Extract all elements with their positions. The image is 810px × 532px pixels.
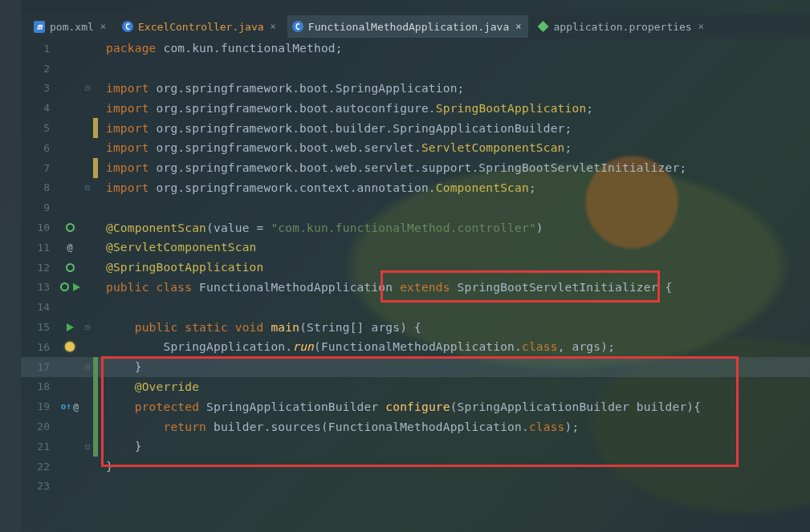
spring-leaf-icon (538, 21, 549, 32)
line-number: 23 (21, 480, 58, 492)
line-number: 19 (21, 400, 58, 412)
code-editor[interactable]: 1package com.kun.functionalMethod; 2 3⊟i… (21, 39, 810, 532)
line-number: 3 (21, 82, 58, 94)
close-icon[interactable]: × (269, 21, 276, 32)
tab-label: ExcelController.java (138, 21, 264, 33)
tab-label: application.properties (554, 21, 692, 33)
line-number: 20 (21, 420, 58, 433)
override-gutter-icon[interactable]: o↑ (61, 401, 71, 412)
line-number: 8 (21, 181, 58, 193)
line-number: 17 (21, 361, 58, 373)
line-number: 14 (21, 301, 58, 313)
line-number: 2 (21, 63, 58, 75)
class-icon: C (292, 21, 303, 32)
tab-functional-method-application[interactable]: C FunctionalMethodApplication.java × (287, 15, 528, 38)
maven-icon: m (34, 21, 45, 32)
run-gutter-icon[interactable] (67, 323, 74, 331)
close-icon[interactable]: × (697, 21, 704, 32)
spring-bean-gutter-icon[interactable] (60, 282, 69, 291)
line-number: 21 (21, 441, 58, 453)
tab-label: pom.xml (50, 21, 94, 33)
editor-tab-bar: m pom.xml × C ExcelController.java × C F… (21, 14, 810, 39)
annotation-gutter-icon[interactable]: @ (67, 242, 72, 253)
line-number: 7 (21, 162, 58, 174)
line-number: 5 (21, 122, 58, 134)
tab-application-properties[interactable]: application.properties × (533, 15, 710, 38)
line-number: 1 (21, 43, 58, 55)
spring-bean-gutter-icon[interactable] (66, 263, 75, 272)
tab-excel-controller[interactable]: C ExcelController.java × (117, 15, 283, 38)
line-number: 4 (21, 102, 58, 114)
line-number: 12 (21, 262, 58, 274)
line-number: 9 (21, 201, 58, 213)
class-icon: C (122, 21, 133, 32)
line-number: 16 (21, 341, 58, 353)
run-gutter-icon[interactable] (73, 283, 80, 291)
line-number: 22 (21, 461, 58, 473)
line-number: 6 (21, 142, 58, 154)
annotation-gutter-icon[interactable]: @ (73, 401, 79, 412)
line-number: 11 (21, 242, 58, 254)
tab-label: FunctionalMethodApplication.java (308, 21, 509, 33)
intention-bulb-icon[interactable] (65, 342, 75, 351)
line-number: 10 (21, 221, 58, 234)
line-number: 15 (21, 321, 58, 333)
close-icon[interactable]: × (99, 21, 106, 32)
line-number: 13 (21, 281, 58, 293)
line-number: 18 (21, 380, 58, 392)
close-icon[interactable]: × (514, 21, 521, 32)
tab-pom-xml[interactable]: m pom.xml × (29, 15, 112, 38)
tool-window-stripe-left[interactable] (0, 0, 21, 532)
spring-bean-gutter-icon[interactable] (66, 223, 75, 232)
